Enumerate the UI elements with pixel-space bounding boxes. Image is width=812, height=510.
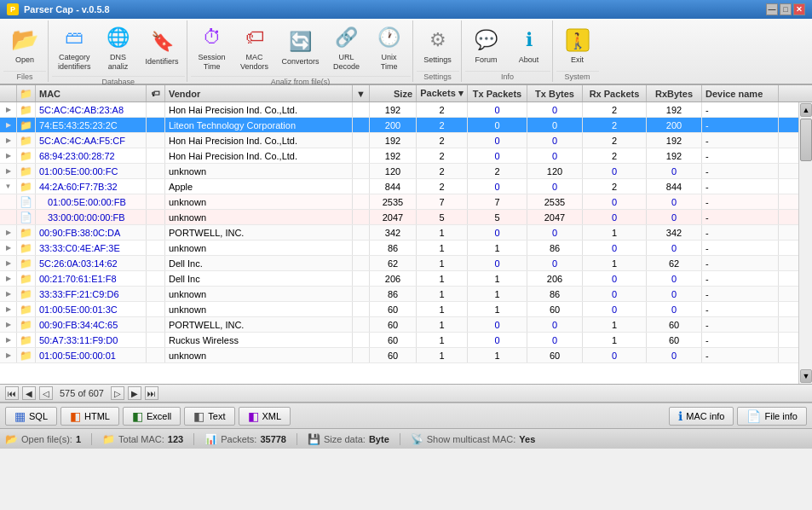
status-bar: 📂 Open file(s): 1 📁 Total MAC: 123 📊 Pac… — [0, 428, 812, 449]
xml-button[interactable]: ◧ XML — [239, 407, 291, 426]
txbytes-cell: 0 — [527, 225, 583, 240]
mac-info-button[interactable]: ℹ MAC info — [669, 407, 734, 426]
close-button[interactable]: ✕ — [793, 3, 805, 15]
scroll-down-button[interactable]: ▼ — [800, 369, 812, 383]
row-icon: 📁 — [17, 102, 36, 117]
convertors-icon: 🔄 — [287, 28, 314, 55]
table-row[interactable]: ▶ 📁 33:33:FF:21:C9:D6 unknown 86 1 1 86 … — [0, 287, 798, 302]
txpackets-cell: 1 — [468, 241, 527, 255]
scroll-thumb[interactable] — [800, 119, 812, 161]
mac-vendors-button[interactable]: 🏷 MACVendors — [233, 20, 276, 75]
packets-value: 35778 — [260, 434, 286, 444]
th-rxpackets[interactable]: Rx Packets — [583, 85, 647, 101]
file-info-button[interactable]: 📄 File info — [737, 407, 807, 426]
th-rxbytes[interactable]: RxBytes — [647, 85, 702, 101]
table-row[interactable]: ▶ 📁 01:00:5E:00:01:3C unknown 60 1 1 60 … — [0, 302, 798, 317]
txbytes-cell: 60 — [527, 348, 583, 362]
vendor-icon — [147, 210, 165, 224]
vendor-icon — [147, 241, 165, 255]
table-scroll[interactable]: ▶ 📁 5C:AC:4C:AB:23:A8 Hon Hai Precision … — [0, 102, 812, 384]
sql-button[interactable]: ▦ SQL — [5, 407, 57, 426]
nav-first-button[interactable]: ⏮ — [5, 386, 19, 400]
expand-cell[interactable]: ▶ — [0, 118, 17, 132]
excel-button[interactable]: ◧ Excell — [123, 407, 181, 426]
table-row[interactable]: ▶ 📁 74:E5:43:25:23:2C Liteon Technology … — [0, 118, 798, 133]
toolbar-group-settings: ⚙ Settings Settings — [417, 20, 462, 82]
open-button[interactable]: 📂 Open — [3, 20, 46, 70]
expand-cell[interactable]: ▶ — [0, 348, 17, 362]
expand-cell[interactable]: ▶ — [0, 271, 17, 286]
excel-label: Excell — [147, 411, 171, 421]
table-row[interactable]: ▶ 📁 33:33:C0:4E:AF:3E unknown 86 1 1 86 … — [0, 241, 798, 256]
vertical-scrollbar[interactable]: ▲ ▼ — [798, 102, 812, 384]
nav-last-button[interactable]: ⏭ — [145, 386, 158, 400]
table-row[interactable]: ▶ 📁 00:90:FB:34:4C:65 PORTWELL, INC. 60 … — [0, 317, 798, 333]
filter-cell — [353, 348, 370, 362]
size-cell: 342 — [370, 225, 417, 240]
rxbytes-cell: 0 — [647, 348, 702, 362]
filter-cell — [353, 333, 370, 347]
table-row[interactable]: ▶ 📁 5C:26:0A:03:14:62 Dell Inc. 62 1 0 0… — [0, 256, 798, 271]
category-icon: 🗃 — [60, 24, 88, 51]
expand-cell[interactable]: ▶ — [0, 302, 17, 316]
th-txbytes[interactable]: Tx Bytes — [527, 85, 583, 101]
nav-prev-page-button[interactable]: ◀ — [22, 386, 36, 400]
expand-cell[interactable]: ▶ — [0, 164, 17, 178]
nav-next-button[interactable]: ▷ — [111, 386, 124, 400]
th-txpackets[interactable]: Tx Packets — [468, 85, 527, 101]
expand-cell[interactable]: ▶ — [0, 102, 17, 117]
url-decode-button[interactable]: 🔗 URLDecode — [325, 20, 368, 75]
txbytes-cell: 0 — [527, 333, 583, 347]
table-row[interactable]: ▶ 📁 68:94:23:00:28:72 Hon Hai Precision … — [0, 148, 798, 164]
dns-button[interactable]: 🌐 DNSanaliz — [97, 20, 140, 75]
th-size[interactable]: Size — [370, 85, 417, 101]
xml-label: XML — [262, 411, 282, 421]
table-row[interactable]: ▶ 📁 5C:AC:4C:AB:23:A8 Hon Hai Precision … — [0, 102, 798, 118]
scroll-up-button[interactable]: ▲ — [800, 103, 812, 117]
txbytes-cell: 2535 — [527, 194, 583, 209]
expand-cell[interactable]: ▶ — [0, 241, 17, 255]
th-device[interactable]: Device name — [702, 85, 779, 101]
vendor-cell: PORTWELL, INC. — [165, 317, 353, 332]
expand-cell[interactable]: ▶ — [0, 333, 17, 347]
multicast-label: Show multicast MAC: — [427, 434, 516, 444]
txpackets-cell: 0 — [468, 256, 527, 270]
maximize-button[interactable]: □ — [780, 3, 792, 15]
settings-button[interactable]: ⚙ Settings — [417, 20, 459, 70]
th-filter[interactable]: ▼ — [353, 85, 370, 101]
expand-cell[interactable]: ▶ — [0, 287, 17, 301]
session-button[interactable]: ⏱ SessionTime — [191, 20, 233, 75]
table-row[interactable]: ▼ 📁 44:2A:60:F7:7B:32 Apple 844 2 0 0 2 … — [0, 179, 798, 194]
th-mac[interactable]: MAC — [36, 85, 147, 101]
minimize-button[interactable]: — — [766, 3, 778, 15]
table-row[interactable]: 📄 33:00:00:00:00:FB unknown 2047 5 5 204… — [0, 210, 798, 225]
th-packets[interactable]: Packets ▾ — [417, 85, 468, 101]
table-row[interactable]: ▶ 📁 01:00:5E:00:00:FC unknown 120 2 2 12… — [0, 164, 798, 179]
expand-cell[interactable]: ▶ — [0, 317, 17, 332]
html-button[interactable]: ◧ HTML — [60, 407, 119, 426]
convertors-button[interactable]: 🔄 Convertors — [276, 20, 325, 75]
packets-cell: 1 — [417, 348, 468, 362]
nav-next-page-button[interactable]: ▶ — [128, 386, 141, 400]
expand-cell[interactable]: ▶ — [0, 225, 17, 240]
about-button[interactable]: ℹ About — [508, 20, 550, 70]
table-row[interactable]: 📄 01:00:5E:00:00:FB unknown 2535 7 7 253… — [0, 194, 798, 210]
table-row[interactable]: ▶ 📁 00:90:FB:38:0C:DA PORTWELL, INC. 342… — [0, 225, 798, 241]
table-row[interactable]: ▶ 📁 01:00:5E:00:00:01 unknown 60 1 1 60 … — [0, 348, 798, 363]
identifiers-button[interactable]: 🔖 Identifiers — [140, 20, 185, 75]
expand-cell[interactable]: ▶ — [0, 148, 17, 163]
expand-cell[interactable]: ▼ — [0, 179, 17, 194]
table-row[interactable]: ▶ 📁 00:21:70:61:E1:F8 Dell Inc 206 1 1 2… — [0, 271, 798, 287]
th-vendor[interactable]: Vendor — [165, 85, 353, 101]
exit-button[interactable]: 🚶 Exit — [556, 20, 599, 70]
expand-cell[interactable]: ▶ — [0, 256, 17, 270]
text-button[interactable]: ◧ Text — [184, 407, 234, 426]
table-row[interactable]: ▶ 📁 50:A7:33:11:F9:D0 Ruckus Wireless 60… — [0, 333, 798, 348]
nav-prev-button[interactable]: ◁ — [39, 386, 53, 400]
unix-time-button[interactable]: 🕐 UnixTime — [368, 20, 411, 75]
table-row[interactable]: ▶ 📁 5C:AC:4C:AA:F5:CF Hon Hai Precision … — [0, 133, 798, 148]
expand-cell[interactable]: ▶ — [0, 133, 17, 148]
rxbytes-cell: 0 — [647, 210, 702, 224]
forum-button[interactable]: 💬 Forum — [465, 20, 508, 70]
category-button[interactable]: 🗃 Categoryidentifiers — [52, 20, 97, 75]
